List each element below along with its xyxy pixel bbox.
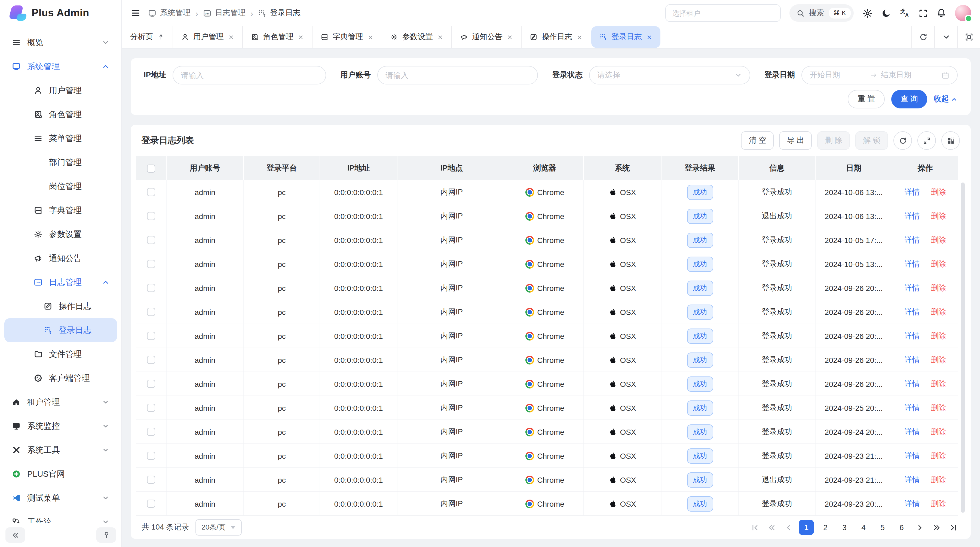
tabs-more-button[interactable] — [934, 26, 957, 48]
reset-button[interactable]: 重 置 — [848, 90, 885, 108]
sidebar-item-file[interactable]: 文件管理 — [4, 342, 117, 366]
row-checkbox[interactable] — [147, 284, 155, 292]
page-button-1[interactable]: 1 — [799, 520, 814, 535]
tab-user[interactable]: 用户管理 — [173, 26, 243, 48]
hamburger-icon[interactable] — [130, 8, 140, 18]
avatar[interactable] — [955, 5, 971, 21]
detail-link[interactable]: 详情 — [905, 259, 920, 269]
query-button[interactable]: 查 询 — [891, 90, 927, 108]
sidebar-item-menu[interactable]: 菜单管理 — [4, 126, 117, 150]
prev-page-button[interactable] — [782, 520, 795, 534]
close-icon[interactable] — [437, 34, 443, 40]
close-icon[interactable] — [507, 34, 513, 40]
detail-link[interactable]: 详情 — [905, 499, 920, 509]
tab-role[interactable]: 角色管理 — [243, 26, 312, 48]
delete-link[interactable]: 删除 — [931, 331, 946, 341]
delete-link[interactable]: 删除 — [931, 379, 946, 389]
table-scrollbar[interactable] — [961, 182, 965, 513]
detail-link[interactable]: 详情 — [905, 475, 920, 485]
row-checkbox[interactable] — [147, 476, 155, 484]
breadcrumb-item-login-log[interactable]: 登录日志 — [258, 8, 301, 18]
sidebar-item-param[interactable]: 参数设置 — [4, 222, 117, 246]
row-checkbox[interactable] — [147, 380, 155, 388]
global-search[interactable]: 搜索 ⌘ K — [789, 4, 854, 22]
row-checkbox[interactable] — [147, 260, 155, 268]
tabs-fullscreen-button[interactable] — [957, 26, 980, 48]
detail-link[interactable]: 详情 — [905, 307, 920, 317]
sidebar-item-user[interactable]: 用户管理 — [4, 78, 117, 102]
sidebar-item-post[interactable]: 岗位管理 — [4, 174, 117, 198]
dark-mode-moon-icon[interactable] — [881, 8, 891, 18]
close-icon[interactable] — [577, 34, 582, 40]
close-icon[interactable] — [298, 34, 304, 40]
tab-dict[interactable]: 字典管理 — [312, 26, 382, 48]
detail-link[interactable]: 详情 — [905, 187, 920, 197]
jump-forward-button[interactable] — [930, 520, 943, 534]
close-icon[interactable] — [646, 34, 652, 40]
delete-link[interactable]: 删除 — [931, 403, 946, 413]
row-checkbox[interactable] — [147, 452, 155, 460]
sidebar-item-log[interactable]: DEV日志管理 — [4, 270, 117, 294]
row-checkbox[interactable] — [147, 332, 155, 340]
tab-operation-log[interactable]: 操作日志 — [522, 26, 591, 48]
sidebar-item-tenant[interactable]: 租户管理 — [4, 390, 117, 414]
delete-button[interactable]: 删 除 — [817, 131, 850, 150]
collapse-filters-link[interactable]: 收起 — [934, 94, 958, 104]
delete-link[interactable]: 删除 — [931, 451, 946, 461]
tab-notice[interactable]: 通知公告 — [452, 26, 522, 48]
detail-link[interactable]: 详情 — [905, 355, 920, 365]
sidebar-item-login-log[interactable]: 登录日志 — [4, 318, 117, 342]
row-checkbox[interactable] — [147, 499, 155, 508]
app-logo[interactable]: Plus Admin — [0, 0, 121, 26]
language-translate-icon[interactable]: 文A — [900, 8, 910, 18]
breadcrumb-item-log[interactable]: DEV日志管理 — [203, 8, 245, 18]
export-button[interactable]: 导 出 — [780, 131, 812, 150]
login-status-select[interactable]: 请选择 — [589, 66, 750, 85]
sidebar-item-tools[interactable]: 系统工具 — [4, 438, 117, 462]
settings-gear-icon[interactable] — [862, 8, 873, 18]
table-columns-button[interactable] — [941, 131, 960, 150]
delete-link[interactable]: 删除 — [931, 355, 946, 365]
row-checkbox[interactable] — [147, 404, 155, 412]
jump-back-button[interactable] — [765, 520, 778, 534]
sidebar-item-notice[interactable]: 通知公告 — [4, 246, 117, 270]
sidebar-item-monitor[interactable]: 系统监控 — [4, 414, 117, 438]
sidebar-item-test-menu[interactable]: 测试菜单 — [4, 486, 117, 510]
sidebar-item-dict[interactable]: 字典管理 — [4, 198, 117, 222]
unlock-button[interactable]: 解 锁 — [855, 131, 888, 150]
sidebar-item-role[interactable]: 角色管理 — [4, 102, 117, 126]
detail-link[interactable]: 详情 — [905, 403, 920, 413]
detail-link[interactable]: 详情 — [905, 235, 920, 245]
select-all-checkbox[interactable] — [147, 164, 155, 172]
close-icon[interactable] — [228, 34, 234, 40]
detail-link[interactable]: 详情 — [905, 379, 920, 389]
table-fullscreen-button[interactable] — [917, 131, 936, 150]
detail-link[interactable]: 详情 — [905, 211, 920, 221]
delete-link[interactable]: 删除 — [931, 211, 946, 221]
row-checkbox[interactable] — [147, 188, 155, 196]
notifications-bell-icon[interactable] — [937, 8, 946, 18]
delete-link[interactable]: 删除 — [931, 499, 946, 509]
delete-link[interactable]: 删除 — [931, 307, 946, 317]
sidebar-collapse-button[interactable] — [5, 527, 25, 543]
page-size-select[interactable]: 20条/页 — [196, 519, 242, 536]
sidebar-item-operation-log[interactable]: 操作日志 — [4, 294, 117, 318]
next-page-button[interactable] — [913, 520, 926, 534]
detail-link[interactable]: 详情 — [905, 427, 920, 437]
page-button-4[interactable]: 4 — [856, 520, 871, 535]
delete-link[interactable]: 删除 — [931, 475, 946, 485]
row-checkbox[interactable] — [147, 428, 155, 436]
ip-filter-input[interactable] — [173, 66, 326, 85]
first-page-button[interactable] — [748, 520, 761, 534]
sidebar-item-system[interactable]: 系统管理 — [4, 54, 117, 78]
sidebar-item-overview[interactable]: 概览 — [4, 30, 117, 54]
account-filter-input[interactable] — [377, 66, 538, 85]
delete-link[interactable]: 删除 — [931, 259, 946, 269]
row-checkbox[interactable] — [147, 212, 155, 220]
breadcrumb-item-system[interactable]: 系统管理 — [148, 8, 191, 18]
detail-link[interactable]: 详情 — [905, 283, 920, 293]
tenant-select-input[interactable] — [665, 4, 780, 22]
table-refresh-button[interactable] — [893, 131, 912, 150]
delete-link[interactable]: 删除 — [931, 283, 946, 293]
sidebar-item-plus-site[interactable]: PLUS官网 — [4, 462, 117, 486]
